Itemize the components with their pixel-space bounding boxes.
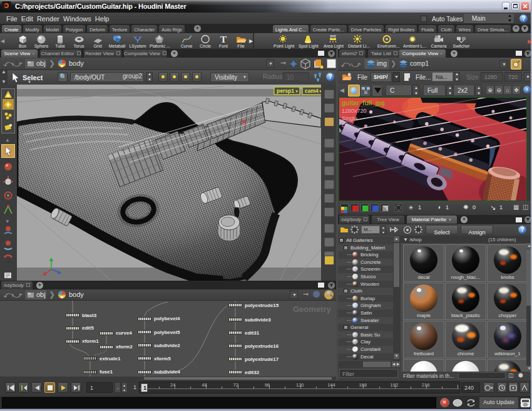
svg-text:persp1: persp1 [277, 88, 294, 94]
svg-text:C: C [342, 122, 346, 128]
svg-text:▼: ▼ [295, 90, 299, 93]
svg-text:1280x720: 1280x720 [342, 108, 367, 114]
svg-text:Single: Single [342, 115, 357, 122]
svg-text:T: T [220, 34, 227, 44]
svg-text:cam4: cam4 [305, 88, 319, 94]
svg-text:guitar_full_jpg: guitar_full_jpg [342, 100, 385, 107]
